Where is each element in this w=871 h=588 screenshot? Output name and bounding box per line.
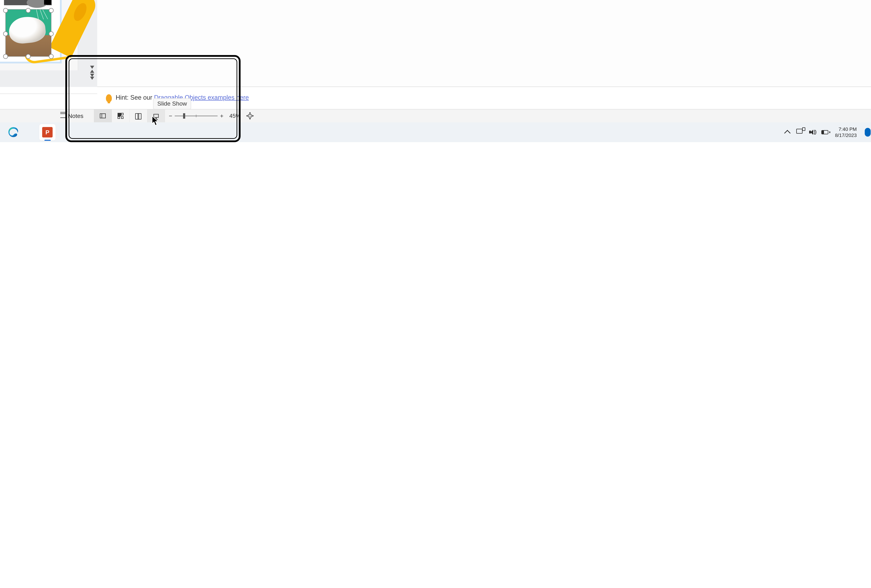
- panel-separator: [0, 94, 97, 94]
- slide-canvas: [0, 0, 60, 62]
- selection-handle-tr[interactable]: [49, 8, 54, 13]
- selection-handle-mr[interactable]: [49, 31, 54, 36]
- scroll-double-down-icon[interactable]: [90, 74, 94, 77]
- selection-handle-br[interactable]: [49, 54, 54, 59]
- zoom-slider-midpoint: [196, 115, 196, 117]
- notes-label: Notes: [68, 112, 84, 119]
- normal-view-icon: [100, 114, 106, 118]
- lightbulb-icon: [106, 94, 112, 102]
- windows-taskbar: P 7:40 PM 8/17/2023: [0, 122, 254, 142]
- selection-handle-tl[interactable]: [3, 8, 8, 13]
- edge-icon: [7, 127, 19, 138]
- notes-button[interactable]: Notes: [60, 112, 84, 119]
- scroll-up-icon[interactable]: [90, 70, 94, 73]
- zoom-slider-track[interactable]: [175, 116, 218, 116]
- tooltip-slide-show: Slide Show: [153, 98, 191, 109]
- selected-image-cat-paw[interactable]: [5, 9, 51, 57]
- slide-sorter-view-button[interactable]: [112, 109, 129, 122]
- image-cat-top-fragment: [4, 0, 52, 5]
- selection-handle-ml[interactable]: [3, 31, 8, 36]
- taskbar-app-powerpoint[interactable]: P: [39, 124, 56, 141]
- slide-sorter-icon: [118, 113, 124, 119]
- scroll-down-icon[interactable]: [90, 66, 94, 69]
- slide-show-icon: [153, 114, 159, 118]
- taskbar-app-edge[interactable]: [5, 124, 22, 141]
- normal-view-button[interactable]: [94, 109, 112, 122]
- status-bar: Notes − + 45%: [0, 109, 254, 122]
- fit-to-window-icon: [248, 114, 251, 117]
- selection-handle-bl[interactable]: [3, 54, 8, 59]
- notes-icon: [60, 114, 66, 118]
- powerpoint-icon: P: [42, 127, 52, 138]
- slide-show-button[interactable]: [147, 109, 165, 122]
- zoom-control: − + 45%: [166, 112, 253, 119]
- scroll-double-down-icon-2[interactable]: [90, 77, 94, 80]
- zoom-out-button[interactable]: −: [166, 112, 175, 119]
- zoom-slider-thumb[interactable]: [183, 113, 185, 119]
- selection-handle-tm[interactable]: [26, 8, 31, 13]
- view-buttons-group: [94, 109, 165, 122]
- notes-pane[interactable]: [97, 0, 254, 87]
- selection-handle-bm[interactable]: [26, 54, 31, 59]
- hint-prefix: Hint: See our: [116, 94, 154, 101]
- zoom-value[interactable]: 45%: [229, 113, 241, 119]
- slide-thumbnail-selected[interactable]: [0, 0, 62, 63]
- reading-view-button[interactable]: [129, 109, 147, 122]
- reading-view-icon: [135, 113, 141, 118]
- zoom-in-button[interactable]: +: [218, 112, 226, 119]
- thumbnail-scroll-controls: [89, 65, 96, 87]
- taskbar-running-indicator: [45, 140, 51, 141]
- fit-to-window-button[interactable]: [247, 112, 253, 119]
